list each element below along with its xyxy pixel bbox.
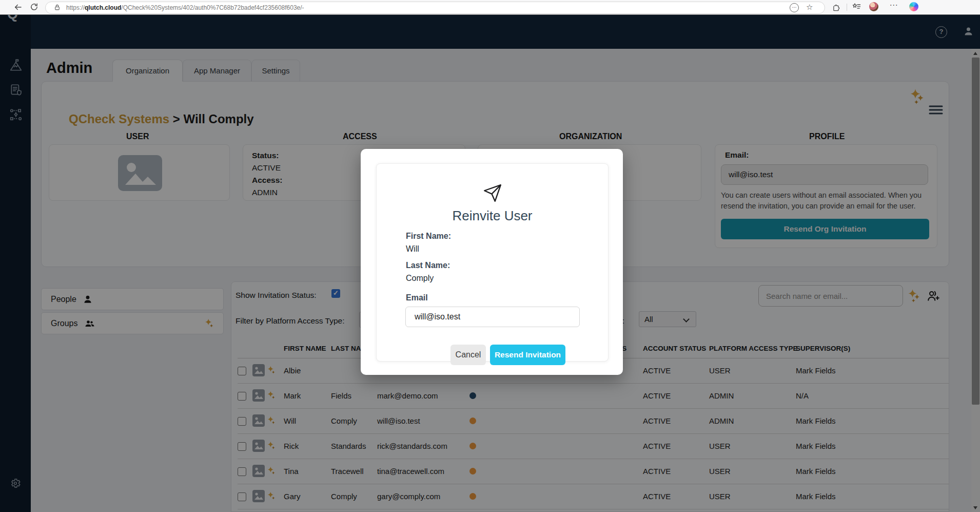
last-name-label: Last Name: (406, 261, 450, 270)
screen: https://qlutch.cloud/QCheck%20Systems/40… (0, 0, 980, 512)
browser-profile-avatar[interactable] (869, 2, 878, 11)
paper-plane-icon (483, 183, 502, 205)
first-name-label: First Name: (406, 232, 451, 241)
extensions-puzzle-icon[interactable] (832, 3, 841, 11)
favorite-star-icon[interactable]: ☆ (806, 3, 813, 12)
last-name-value: Comply (406, 274, 434, 283)
url-text: https://qlutch.cloud/QCheck%20Systems/40… (66, 4, 304, 11)
address-bar[interactable]: https://qlutch.cloud/QCheck%20Systems/40… (45, 2, 825, 14)
email-label: Email (406, 293, 428, 302)
browser-chrome: https://qlutch.cloud/QCheck%20Systems/40… (0, 0, 980, 15)
reader-actions-icon[interactable]: ⋯ (790, 3, 799, 12)
collections-icon[interactable] (852, 3, 861, 11)
browser-menu-icon[interactable]: ··· (890, 1, 898, 9)
cancel-button[interactable]: Cancel (450, 345, 486, 365)
browser-back-icon[interactable] (13, 3, 23, 12)
chrome-divider (847, 4, 847, 11)
browser-refresh-icon[interactable] (30, 3, 38, 11)
resend-invitation-button[interactable]: Resend Invitation (490, 345, 565, 365)
reinvite-user-modal-body: Reinvite User First Name: Will Last Name… (376, 163, 609, 362)
lock-icon (54, 4, 61, 11)
modal-title: Reinvite User (377, 208, 608, 224)
copilot-icon[interactable] (909, 2, 918, 11)
first-name-value: Will (406, 244, 419, 254)
email-field[interactable] (405, 307, 580, 327)
reinvite-user-modal: Reinvite User First Name: Will Last Name… (361, 149, 623, 375)
